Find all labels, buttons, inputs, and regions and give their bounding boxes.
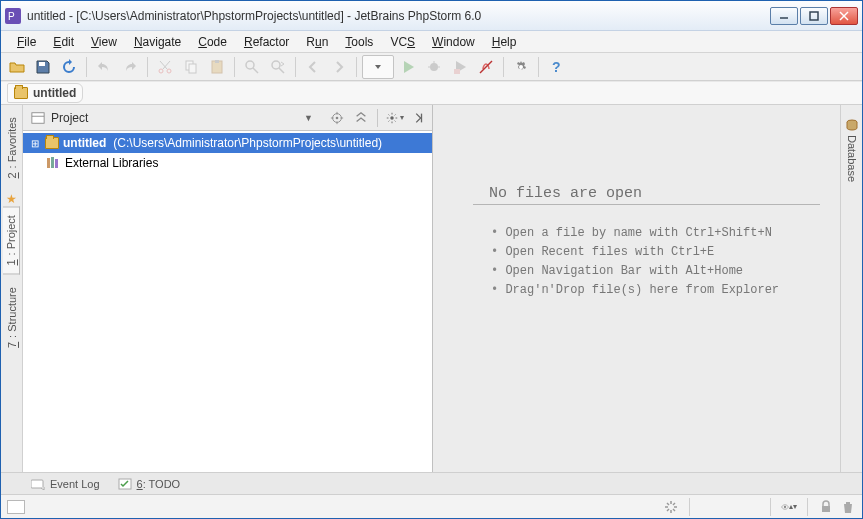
- main-toolbar: ?: [1, 53, 862, 81]
- run-tests-icon[interactable]: [448, 55, 472, 79]
- stop-listening-icon[interactable]: [474, 55, 498, 79]
- no-files-open-title: No files are open: [473, 185, 820, 205]
- open-file-icon[interactable]: [5, 55, 29, 79]
- copy-icon[interactable]: [179, 55, 203, 79]
- cut-icon[interactable]: [153, 55, 177, 79]
- toolwindow-tab-structure[interactable]: 7: Structure: [4, 279, 20, 356]
- panel-settings-icon[interactable]: ▾: [384, 108, 404, 128]
- sync-icon[interactable]: [57, 55, 81, 79]
- project-panel-header: Project ▼ ▾: [23, 105, 432, 131]
- editor-hints: Open a file by name with Ctrl+Shift+N Op…: [491, 221, 779, 302]
- toolwindow-quick-access-icon[interactable]: [7, 500, 25, 514]
- settings-icon[interactable]: [509, 55, 533, 79]
- undo-icon[interactable]: [92, 55, 116, 79]
- svg-point-15: [246, 61, 254, 69]
- trash-icon[interactable]: [840, 499, 856, 515]
- toolbar-separator: [147, 57, 148, 77]
- breadcrumb-root[interactable]: untitled: [7, 83, 83, 103]
- svg-text:P: P: [8, 11, 15, 22]
- status-separator: [770, 498, 771, 516]
- background-tasks-icon[interactable]: [663, 499, 679, 515]
- external-libraries-label: External Libraries: [65, 156, 158, 170]
- svg-line-18: [279, 68, 284, 73]
- run-config-dropdown[interactable]: [362, 55, 394, 79]
- header-separator: [377, 109, 378, 127]
- project-panel-title: Project: [51, 111, 88, 125]
- folder-icon: [45, 137, 59, 149]
- project-tool-window: Project ▼ ▾ ⊞ untitled (C:\Users\Adminis…: [23, 105, 433, 472]
- hint-recent-files: Open Recent files with Ctrl+E: [491, 245, 779, 259]
- project-root-name: untitled: [63, 136, 106, 150]
- project-root-path: (C:\Users\Administrator\PhpstormProjects…: [113, 136, 382, 150]
- event-log-label: Event Log: [50, 478, 100, 490]
- help-icon[interactable]: ?: [544, 55, 568, 79]
- toolwindow-tab-todo[interactable]: 6: TODO: [118, 478, 181, 490]
- svg-rect-39: [55, 159, 58, 168]
- window-title: untitled - [C:\Users\Administrator\Phpst…: [27, 9, 770, 23]
- svg-point-17: [272, 61, 280, 69]
- menu-edit[interactable]: Edit: [45, 33, 82, 51]
- svg-point-7: [159, 69, 163, 73]
- debug-icon[interactable]: [422, 55, 446, 79]
- menu-window[interactable]: Window: [424, 33, 483, 51]
- menu-file[interactable]: File: [9, 33, 44, 51]
- toolwindow-tab-project[interactable]: 1: Project: [3, 206, 20, 274]
- hide-panel-icon[interactable]: [408, 108, 428, 128]
- inspection-eye-icon[interactable]: ▴▾: [781, 499, 797, 515]
- libraries-icon: [47, 157, 61, 169]
- svg-rect-3: [810, 12, 818, 20]
- svg-rect-12: [189, 64, 196, 73]
- breadcrumb-root-label: untitled: [33, 86, 76, 100]
- save-all-icon[interactable]: [31, 55, 55, 79]
- svg-rect-27: [32, 112, 44, 123]
- menu-navigate[interactable]: Navigate: [126, 33, 189, 51]
- collapse-all-icon[interactable]: [351, 108, 371, 128]
- redo-icon[interactable]: [118, 55, 142, 79]
- scroll-to-source-icon[interactable]: [327, 108, 347, 128]
- menubar: File Edit View Navigate Code Refactor Ru…: [1, 31, 862, 53]
- svg-point-25: [519, 65, 523, 69]
- svg-line-16: [253, 68, 258, 73]
- status-separator: [689, 498, 690, 516]
- project-tree[interactable]: ⊞ untitled (C:\Users\Administrator\Phpst…: [23, 131, 432, 472]
- toolwindow-tab-favorites[interactable]: 2: Favorites: [4, 109, 20, 186]
- phpstorm-app-icon: P: [5, 8, 21, 24]
- menu-help[interactable]: Help: [484, 33, 525, 51]
- ide-window: P untitled - [C:\Users\Administrator\Php…: [0, 0, 863, 519]
- memory-indicator-icon[interactable]: [700, 499, 760, 515]
- forward-icon[interactable]: [327, 55, 351, 79]
- editor-area[interactable]: No files are open Open a file by name wi…: [433, 105, 840, 472]
- menu-view[interactable]: View: [83, 33, 125, 51]
- main-body: 2: Favorites ★ 1: Project 7: Structure P…: [1, 105, 862, 472]
- navigation-bar: untitled: [1, 81, 862, 105]
- menu-vcs[interactable]: VCS: [382, 33, 423, 51]
- paste-icon[interactable]: [205, 55, 229, 79]
- run-icon[interactable]: [396, 55, 420, 79]
- project-root-node[interactable]: ⊞ untitled (C:\Users\Administrator\Phpst…: [23, 133, 432, 153]
- close-button[interactable]: [830, 7, 858, 25]
- external-libraries-node[interactable]: External Libraries: [23, 153, 432, 173]
- todo-label: 6: TODO: [137, 478, 181, 490]
- lock-icon[interactable]: [818, 499, 834, 515]
- dropdown-triangle-icon: ▼: [304, 113, 313, 123]
- replace-icon[interactable]: [266, 55, 290, 79]
- maximize-button[interactable]: [800, 7, 828, 25]
- left-tool-gutter: 2: Favorites ★ 1: Project 7: Structure: [1, 105, 23, 472]
- expand-toggle-icon[interactable]: ⊞: [29, 138, 41, 149]
- right-tool-gutter: Database: [840, 105, 862, 472]
- toolwindow-tab-database[interactable]: Database: [844, 111, 860, 190]
- back-icon[interactable]: [301, 55, 325, 79]
- toolwindow-tab-event-log[interactable]: Event Log: [31, 478, 100, 490]
- menu-tools[interactable]: Tools: [337, 33, 381, 51]
- folder-icon: [14, 87, 28, 99]
- svg-line-47: [667, 503, 669, 505]
- menu-refactor[interactable]: Refactor: [236, 33, 297, 51]
- menu-code[interactable]: Code: [190, 33, 235, 51]
- minimize-button[interactable]: [770, 7, 798, 25]
- svg-rect-6: [39, 62, 45, 66]
- find-icon[interactable]: [240, 55, 264, 79]
- menu-run[interactable]: Run: [298, 33, 336, 51]
- hint-drag-drop: Drag'n'Drop file(s) here from Explorer: [491, 283, 779, 297]
- project-view-selector[interactable]: Project ▼: [27, 109, 323, 127]
- svg-text:?: ?: [552, 59, 561, 75]
